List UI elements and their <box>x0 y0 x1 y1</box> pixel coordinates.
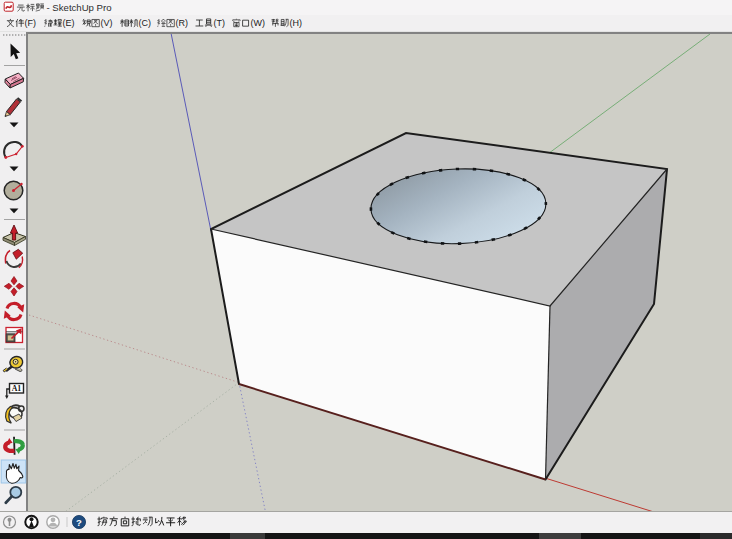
svg-text:A1: A1 <box>12 384 22 393</box>
svg-text:(E): (E) <box>62 18 74 28</box>
svg-text:(V): (V) <box>100 18 112 28</box>
svg-text:(R): (R) <box>175 18 188 28</box>
svg-text:?: ? <box>76 517 82 528</box>
svg-text:(T): (T) <box>213 18 225 28</box>
svg-text:(F): (F) <box>24 18 36 28</box>
svg-text:- SketchUp Pro: - SketchUp Pro <box>47 2 112 13</box>
svg-text:(W): (W) <box>250 18 265 28</box>
svg-text:(H): (H) <box>289 18 302 28</box>
svg-text:(C): (C) <box>138 18 151 28</box>
